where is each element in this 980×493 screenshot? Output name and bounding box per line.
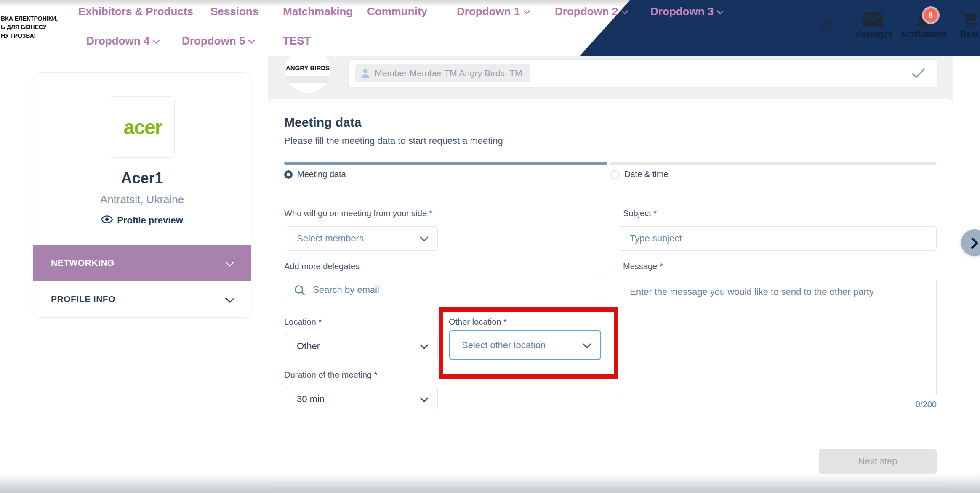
duration-select[interactable]: 30 min [285, 387, 438, 411]
progress-bar-active [284, 162, 607, 165]
progress-bar-track [610, 162, 937, 165]
nav-exhibitors-products[interactable]: Exhibitors & Products [78, 4, 193, 19]
nav-test[interactable]: TEST [283, 34, 311, 48]
chevron-down-icon [225, 293, 235, 303]
chevron-down-icon [225, 257, 235, 267]
company-sidebar-card: acer Acer1 Antratsit, Ukraine Profile pr… [33, 72, 251, 318]
company-logo-text: acer [124, 116, 162, 139]
profile-preview-link[interactable]: Profile preview [33, 215, 251, 226]
chevron-down-icon [248, 37, 256, 44]
chevron-down-icon [523, 8, 530, 15]
nav-sessions[interactable]: Sessions [210, 4, 258, 19]
delegates-search-input[interactable] [285, 278, 601, 302]
sidebar-item-label: PROFILE INFO [51, 294, 115, 304]
event-logo: ВКА ЕЛЕКТРОНІКИ, Ь ДЛЯ БІЗНЕСУ НУ І РОЗВ… [1, 14, 77, 40]
next-step-button[interactable]: Next step [819, 449, 937, 474]
right-arrow-button[interactable] [961, 229, 980, 256]
step-active-radio-icon [284, 170, 293, 179]
company-logo: acer [111, 96, 175, 158]
location-select[interactable]: Other [285, 334, 438, 358]
company-name: Acer1 [33, 170, 251, 187]
event-logo-line: НУ І РОЗВАГ [1, 32, 77, 40]
message-field-label: Message * [623, 262, 663, 271]
step-label: Meeting data [297, 170, 346, 179]
selected-member-label: Member Member TM Angry Birds, TM [375, 68, 522, 78]
form-subtitle: Please fill the meeting data to start re… [284, 135, 503, 146]
chevron-down-icon [621, 8, 628, 15]
chevron-down-icon [717, 8, 724, 15]
meeting-form-card: Meeting data Please fill the meeting dat… [268, 99, 953, 487]
nav-dropdown-3[interactable]: Dropdown 3 [650, 4, 723, 19]
selected-member-chip[interactable]: Member Member TM Angry Birds, TM [355, 64, 530, 82]
nav-dropdown-2[interactable]: Dropdown 2 [555, 4, 627, 19]
duration-field-label: Duration of the meeting * [284, 370, 377, 380]
event-logo-line: ВКА ЕЛЕКТРОНІКИ, [1, 14, 77, 23]
other-location-select[interactable]: Select other location [449, 330, 601, 360]
message-textarea[interactable] [618, 278, 937, 397]
profile-preview-label: Profile preview [117, 215, 183, 226]
chevron-down-icon [420, 340, 429, 349]
nav-dropdown-1[interactable]: Dropdown 1 [457, 4, 529, 19]
notifications-label[interactable]: Notifications [895, 29, 953, 39]
eye-icon [101, 215, 113, 226]
step-label: Date & time [624, 170, 668, 179]
partner-avatar-text: ANGRY BIRDS [285, 64, 330, 72]
sidebar-item-profile-info[interactable]: PROFILE INFO [33, 281, 251, 317]
nav-dropdown-5[interactable]: Dropdown 5 [182, 34, 254, 48]
nav-matchmaking[interactable]: Matchmaking [283, 4, 353, 19]
company-location: Antratsit, Ukraine [33, 193, 251, 206]
chevron-down-icon [153, 37, 160, 44]
message-char-counter: 0/200 [618, 400, 937, 409]
members-field-label: Who will go on meeting from your side * [284, 209, 432, 218]
person-icon [361, 69, 370, 78]
location-field-label: Location * [284, 317, 322, 327]
step-meeting-data: Meeting data [284, 170, 346, 179]
chevron-down-icon [583, 339, 591, 348]
basket-label[interactable]: Basket [961, 29, 980, 39]
event-logo-line: Ь ДЛЯ БІЗНЕСУ [1, 23, 77, 31]
messages-label[interactable]: Messages [848, 29, 898, 39]
selected-members-bar: Member Member TM Angry Birds, TM [348, 59, 937, 88]
check-icon [911, 66, 926, 82]
subject-field-label: Subject * [623, 209, 657, 218]
nav-dropdown-4[interactable]: Dropdown 4 [86, 34, 159, 48]
form-title: Meeting data [284, 115, 361, 130]
other-location-field-label: Other location * [449, 317, 507, 327]
step-inactive-radio-icon [610, 170, 620, 179]
members-select[interactable]: Select members [285, 226, 438, 251]
header: ВКА ЕЛЕКТРОНІКИ, Ь ДЛЯ БІЗНЕСУ НУ І РОЗВ… [0, 0, 980, 56]
sidebar-item-networking[interactable]: NETWORKING [33, 245, 251, 281]
chevron-down-icon [420, 393, 429, 402]
notifications-badge: 8 [922, 6, 940, 24]
screen: ВКА ЕЛЕКТРОНІКИ, Ь ДЛЯ БІЗНЕСУ НУ І РОЗВ… [0, 0, 980, 493]
nav-community[interactable]: Community [367, 4, 427, 19]
chevron-down-icon [420, 233, 429, 241]
step-date-time: Date & time [610, 170, 668, 179]
search-icon[interactable] [819, 19, 834, 35]
sidebar-item-label: NETWORKING [51, 258, 115, 268]
chevron-right-icon [967, 237, 978, 249]
delegates-field-label: Add more delegates [284, 262, 360, 271]
subject-input[interactable] [618, 226, 937, 251]
basket-cart-icon[interactable] [960, 11, 979, 30]
messages-icon[interactable] [863, 12, 883, 29]
